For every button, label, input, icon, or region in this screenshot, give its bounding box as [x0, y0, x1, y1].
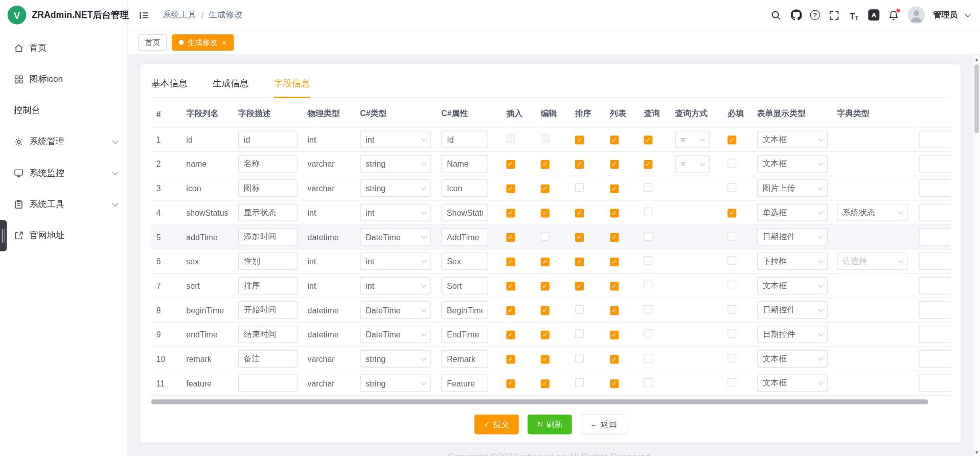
sort-checkbox[interactable] — [575, 183, 584, 192]
field-desc-input[interactable] — [238, 374, 298, 392]
query-checkbox[interactable] — [644, 207, 652, 216]
display-type-select[interactable]: 文本框 — [757, 155, 828, 172]
csharp-type-select[interactable]: string — [360, 350, 430, 368]
insert-checkbox[interactable]: ✓ — [506, 282, 515, 290]
help-icon[interactable]: ? — [810, 10, 821, 20]
list-checkbox[interactable]: ✓ — [610, 233, 619, 242]
list-checkbox[interactable]: ✓ — [610, 306, 619, 315]
theme-drawer-handle[interactable] — [0, 220, 7, 251]
field-desc-input[interactable] — [238, 131, 298, 148]
csharp-type-select[interactable]: DateTime — [360, 301, 430, 318]
bell-icon[interactable] — [887, 9, 899, 21]
close-icon[interactable]: × — [222, 38, 226, 47]
field-desc-input[interactable] — [238, 253, 298, 270]
edit-checkbox[interactable]: ✓ — [541, 330, 550, 339]
insert-checkbox[interactable]: ✓ — [506, 379, 515, 388]
language-icon[interactable]: A — [868, 9, 879, 20]
extra-input[interactable] — [919, 350, 950, 368]
extra-input[interactable] — [919, 301, 950, 318]
insert-checkbox[interactable]: ✓ — [506, 306, 515, 315]
required-checkbox[interactable] — [727, 329, 736, 338]
insert-checkbox[interactable] — [506, 134, 515, 143]
query-mode-select[interactable]: = — [675, 131, 710, 148]
sort-checkbox[interactable]: ✓ — [575, 282, 584, 290]
fullscreen-icon[interactable] — [828, 9, 840, 21]
sort-checkbox[interactable]: ✓ — [575, 160, 584, 169]
edit-checkbox[interactable]: ✓ — [541, 282, 550, 290]
edit-checkbox[interactable]: ✓ — [541, 160, 550, 169]
list-checkbox[interactable]: ✓ — [610, 184, 619, 193]
csharp-type-select[interactable]: int — [360, 204, 430, 221]
github-icon[interactable] — [790, 9, 802, 21]
display-type-select[interactable]: 文本框 — [757, 350, 828, 368]
csharp-prop-input[interactable] — [441, 350, 488, 368]
query-checkbox[interactable] — [644, 232, 652, 240]
insert-checkbox[interactable]: ✓ — [506, 233, 515, 242]
list-checkbox[interactable]: ✓ — [610, 257, 619, 266]
csharp-type-select[interactable]: int — [360, 277, 430, 294]
user-name[interactable]: 管理员 — [933, 9, 958, 20]
scrollbar-thumb[interactable] — [974, 64, 979, 133]
search-icon[interactable] — [770, 9, 782, 21]
list-checkbox[interactable]: ✓ — [610, 330, 619, 339]
tab-field-info[interactable]: 字段信息 — [274, 75, 310, 98]
field-desc-input[interactable] — [238, 204, 298, 221]
query-checkbox[interactable] — [644, 329, 652, 338]
sort-checkbox[interactable] — [575, 378, 584, 386]
required-checkbox[interactable] — [727, 158, 736, 167]
font-size-icon[interactable]: TT — [848, 9, 860, 21]
query-checkbox[interactable]: ✓ — [644, 160, 652, 169]
insert-checkbox[interactable]: ✓ — [506, 257, 515, 266]
submit-button[interactable]: ✓ 提交 — [474, 415, 519, 435]
scroll-down-arrow[interactable]: ▼ — [973, 448, 980, 456]
display-type-select[interactable]: 日期控件 — [757, 326, 828, 343]
field-desc-input[interactable] — [238, 179, 298, 197]
query-checkbox[interactable] — [644, 256, 652, 265]
query-checkbox[interactable] — [644, 353, 652, 362]
sort-checkbox[interactable]: ✓ — [575, 233, 584, 242]
collapse-sidebar-icon[interactable] — [138, 9, 150, 21]
sort-checkbox[interactable]: ✓ — [575, 209, 584, 217]
display-type-select[interactable]: 图片上传 — [757, 179, 828, 197]
dict-type-select[interactable]: 请选择 — [837, 253, 907, 270]
extra-input[interactable] — [919, 179, 950, 197]
edit-checkbox[interactable]: ✓ — [541, 355, 550, 363]
insert-checkbox[interactable]: ✓ — [506, 160, 515, 169]
extra-input[interactable] — [919, 253, 950, 270]
edit-checkbox[interactable]: ✓ — [541, 379, 550, 388]
insert-checkbox[interactable]: ✓ — [506, 184, 515, 193]
csharp-prop-input[interactable] — [441, 301, 488, 318]
required-checkbox[interactable] — [727, 183, 736, 192]
list-checkbox[interactable]: ✓ — [610, 209, 619, 217]
list-checkbox[interactable]: ✓ — [610, 355, 619, 363]
csharp-prop-input[interactable] — [441, 277, 488, 294]
extra-input[interactable] — [919, 374, 950, 392]
sort-checkbox[interactable] — [575, 305, 584, 313]
field-desc-input[interactable] — [238, 155, 298, 172]
sort-checkbox[interactable] — [575, 353, 584, 362]
edit-checkbox[interactable]: ✓ — [541, 306, 550, 315]
sidebar-item-icons[interactable]: 图标icon — [0, 64, 127, 95]
sidebar-item-system-tools[interactable]: 系统工具 — [0, 189, 127, 220]
csharp-type-select[interactable]: string — [360, 179, 430, 197]
app-logo[interactable]: V ZRAdmin.NET后台管理 — [0, 0, 127, 30]
scroll-up-arrow[interactable]: ▲ — [973, 55, 980, 63]
chevron-down-icon[interactable] — [965, 11, 971, 17]
display-type-select[interactable]: 文本框 — [757, 374, 828, 392]
display-type-select[interactable]: 日期控件 — [757, 228, 828, 245]
csharp-prop-input[interactable] — [441, 131, 488, 148]
tag-generate-edit[interactable]: 生成修改 × — [172, 34, 234, 51]
csharp-prop-input[interactable] — [441, 374, 488, 392]
horizontal-scrollbar[interactable] — [150, 399, 950, 404]
csharp-type-select[interactable]: int — [360, 253, 430, 270]
back-button[interactable]: ← 返回 — [581, 415, 626, 435]
extra-input[interactable] — [919, 204, 950, 221]
csharp-prop-input[interactable] — [441, 326, 488, 343]
insert-checkbox[interactable]: ✓ — [506, 209, 515, 217]
query-checkbox[interactable] — [644, 183, 652, 192]
sidebar-item-system-monitor[interactable]: 系统监控 — [0, 157, 127, 189]
display-type-select[interactable]: 日期控件 — [757, 301, 828, 318]
required-checkbox[interactable] — [727, 232, 736, 240]
query-checkbox[interactable]: ✓ — [644, 135, 652, 144]
csharp-prop-input[interactable] — [441, 204, 488, 221]
